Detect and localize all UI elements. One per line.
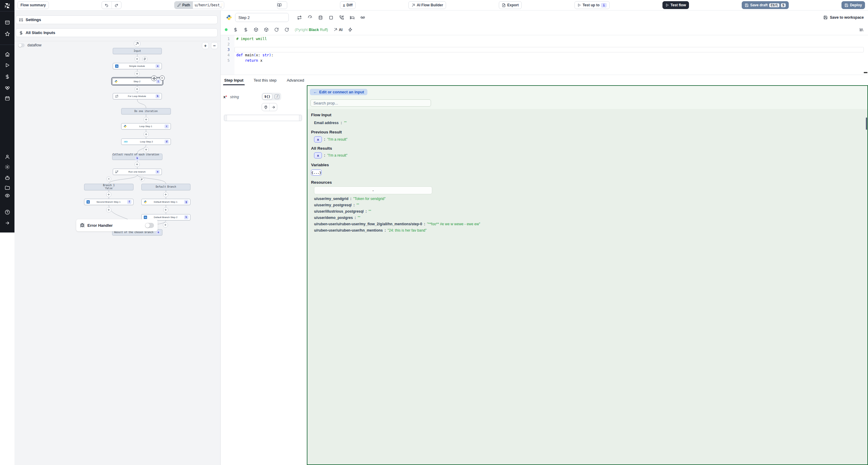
resource-row[interactable]: u/user/demo_postgres:"": [311, 215, 434, 221]
add-step-button[interactable]: [106, 207, 112, 212]
zoom-out-button[interactable]: −: [211, 42, 218, 49]
user-icon[interactable]: [5, 154, 10, 159]
path-input[interactable]: [193, 1, 224, 9]
add-step-button[interactable]: [163, 223, 168, 228]
flow-node-f[interactable]: TSSecond Branch Step 1f: [84, 199, 133, 205]
favorites-star-icon[interactable]: [5, 31, 10, 36]
flow-node-branch1[interactable]: Branch 1`false`: [84, 184, 133, 190]
dataflow-toggle[interactable]: [18, 43, 25, 47]
result-row[interactable]: a:"I'm a result": [311, 152, 434, 159]
ai-suggest-button[interactable]: [134, 40, 141, 47]
ai-flow-builder-button[interactable]: AI Flow Builder: [408, 1, 434, 9]
bed-icon[interactable]: [350, 15, 354, 20]
rotate-cw-icon[interactable]: [274, 27, 279, 32]
function-mode-button[interactable]: f: [275, 94, 279, 99]
trigger-button[interactable]: [143, 57, 148, 62]
input-right-cap: [299, 115, 302, 121]
add-step-button[interactable]: [163, 192, 168, 197]
flow-node-e[interactable]: Run one branche: [113, 169, 162, 175]
remove-button[interactable]: [106, 176, 111, 181]
add-step-button[interactable]: [135, 71, 140, 76]
phone-incoming-icon[interactable]: [339, 15, 344, 20]
variables-chip[interactable]: {...}: [311, 170, 321, 175]
runs-play-icon[interactable]: [5, 63, 10, 68]
dollar-icon[interactable]: [244, 27, 248, 32]
argument-value-input[interactable]: [224, 115, 302, 121]
ai-assistant-button[interactable]: AI: [334, 28, 342, 32]
add-step-button[interactable]: [135, 162, 140, 167]
gauge-icon[interactable]: [308, 15, 312, 20]
code-editor[interactable]: 12345 # import wmilldef main(x: str): re…: [221, 35, 434, 75]
resource-row[interactable]: u/user/my_postgresql:"": [311, 202, 434, 208]
home-icon[interactable]: [5, 52, 10, 57]
undo-button[interactable]: [102, 1, 112, 9]
rotate-cw-icon[interactable]: [284, 27, 289, 32]
flow-node-b[interactable]: For Loop Moduleb: [113, 93, 162, 99]
dollar-icon[interactable]: [233, 27, 238, 32]
folders-icon[interactable]: [5, 185, 10, 190]
flow-node-d[interactable]: -GOLoop Step 2d: [121, 138, 171, 145]
flow-node-defbr[interactable]: Default Branch: [141, 184, 190, 190]
flow-node-collect[interactable]: Collect result of each iteration b: [112, 154, 162, 160]
resources-boxes-icon[interactable]: [5, 85, 10, 90]
step-chip[interactable]: a: [314, 136, 322, 142]
tab-advanced[interactable]: Advanced: [287, 75, 304, 85]
add-step-button[interactable]: [144, 147, 149, 153]
resource-row[interactable]: u/ruben-user/u/ruben-user/hn_mentions:"2…: [311, 227, 434, 232]
package-icon[interactable]: [254, 27, 258, 32]
diff-button[interactable]: ± Diff: [340, 1, 355, 9]
workspace-icon[interactable]: [5, 20, 10, 25]
redo-button[interactable]: [112, 1, 121, 9]
resource-row[interactable]: u/user/my_sendgrid:"Token for sendgrid": [311, 196, 434, 202]
prop-row[interactable]: Email address:"": [311, 120, 434, 126]
workers-bot-icon[interactable]: [5, 175, 10, 180]
edit-or-connect-button[interactable]: ← Edit or connect an input: [310, 89, 367, 95]
package-icon[interactable]: [264, 27, 269, 32]
add-step-button[interactable]: [163, 207, 168, 212]
add-branch-button[interactable]: [140, 176, 145, 181]
insert-arrow-button[interactable]: [270, 103, 277, 111]
help-icon[interactable]: [5, 210, 10, 215]
add-step-button[interactable]: [106, 192, 112, 197]
result-row[interactable]: a:"I'm a result": [311, 136, 434, 143]
flow-node-input[interactable]: Input: [113, 48, 162, 54]
add-step-button[interactable]: [144, 117, 149, 122]
voicemail-icon[interactable]: [361, 15, 365, 20]
tab-test-this-step[interactable]: Test this step: [254, 75, 277, 85]
resource-row[interactable]: u/user/illustrious_postgresql:"": [311, 208, 434, 215]
repeat-icon[interactable]: [297, 15, 302, 20]
readme-button[interactable]: [277, 1, 287, 9]
template-expr-button[interactable]: ${}: [262, 93, 273, 100]
search-prop-input[interactable]: [310, 99, 431, 107]
audit-eye-icon[interactable]: [5, 193, 10, 198]
settings-gear-icon[interactable]: [5, 164, 10, 170]
flow-node-a[interactable]: TSSimple modulea: [113, 63, 162, 69]
flow-node-g[interactable]: Default Branch Step 1g: [141, 199, 190, 205]
path-edit-button[interactable]: Path: [175, 1, 193, 9]
add-step-button[interactable]: [144, 132, 149, 137]
zoom-in-button[interactable]: +: [202, 42, 209, 49]
flow-summary-button[interactable]: Flow summary: [18, 1, 49, 9]
step-name-input[interactable]: [235, 13, 289, 22]
flow-node-do_iter[interactable]: Do one iteration: [121, 108, 171, 114]
expand-arrow-icon[interactable]: [5, 221, 10, 226]
add-step-button[interactable]: [135, 57, 140, 62]
plug-connect-button[interactable]: [262, 103, 270, 111]
remove-button[interactable]: [160, 76, 165, 81]
square-icon[interactable]: [329, 15, 333, 20]
step-chip[interactable]: a: [314, 153, 322, 158]
tab-step-input[interactable]: Step Input: [224, 75, 244, 85]
flow-node-c[interactable]: Loop Step 1c: [121, 123, 171, 130]
error-handler-toggle[interactable]: [145, 223, 154, 228]
node-id-badge: g: [184, 200, 188, 204]
add-step-button[interactable]: [135, 87, 140, 92]
database-icon[interactable]: [318, 15, 323, 20]
variables-dollar-icon[interactable]: [5, 74, 10, 79]
zap-icon[interactable]: [348, 27, 352, 32]
python-icon: [226, 14, 232, 21]
move-node-button[interactable]: [151, 76, 157, 81]
resource-row[interactable]: u/ruben-user/u/ruben-user/my_flow_2/g/al…: [311, 221, 434, 227]
error-handler-card[interactable]: Error Handler: [76, 219, 158, 231]
schedules-calendar-icon[interactable]: [5, 96, 10, 101]
resources-filter-input[interactable]: -: [314, 187, 432, 194]
